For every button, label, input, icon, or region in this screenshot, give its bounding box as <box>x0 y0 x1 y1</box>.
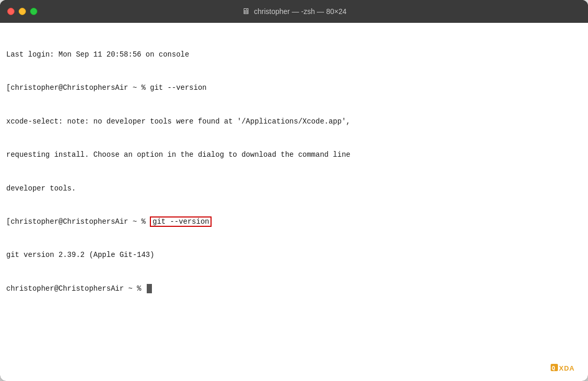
line-6-prefix: [christopher@ChristophersAir ~ % <box>6 217 150 226</box>
cursor <box>147 284 152 293</box>
traffic-lights <box>7 8 37 15</box>
line-8: christopher@ChristophersAir ~ % <box>6 283 582 294</box>
xda-watermark: Q XDA <box>551 363 582 375</box>
line-4: requesting install. Choose an option in … <box>6 149 582 160</box>
line-3: xcode-select: note: no developer tools w… <box>6 116 582 127</box>
title-label: christopher — -zsh — 80×24 <box>254 7 347 16</box>
svg-text:XDA: XDA <box>559 364 575 372</box>
minimize-button[interactable] <box>19 8 26 15</box>
highlighted-command: git --version <box>150 216 212 227</box>
line-6: [christopher@ChristophersAir ~ % git --v… <box>6 216 582 227</box>
titlebar: 🖥 christopher — -zsh — 80×24 <box>0 0 588 23</box>
line-2: [christopher@ChristophersAir ~ % git --v… <box>6 82 582 93</box>
terminal-body[interactable]: Last login: Mon Sep 11 20:58:56 on conso… <box>0 23 588 381</box>
title-icon: 🖥 <box>242 7 250 16</box>
terminal-window: 🖥 christopher — -zsh — 80×24 Last login:… <box>0 0 588 381</box>
terminal-content: Last login: Mon Sep 11 20:58:56 on conso… <box>6 27 582 316</box>
line-5: developer tools. <box>6 183 582 194</box>
xda-logo: Q XDA <box>551 363 582 373</box>
maximize-button[interactable] <box>30 8 37 15</box>
svg-text:Q: Q <box>552 365 556 372</box>
line-1: Last login: Mon Sep 11 20:58:56 on conso… <box>6 49 582 60</box>
window-title: 🖥 christopher — -zsh — 80×24 <box>242 7 347 16</box>
close-button[interactable] <box>7 8 15 15</box>
line-7: git version 2.39.2 (Apple Git-143) <box>6 249 582 261</box>
prompt-prefix: christopher@ChristophersAir ~ % <box>6 284 146 293</box>
